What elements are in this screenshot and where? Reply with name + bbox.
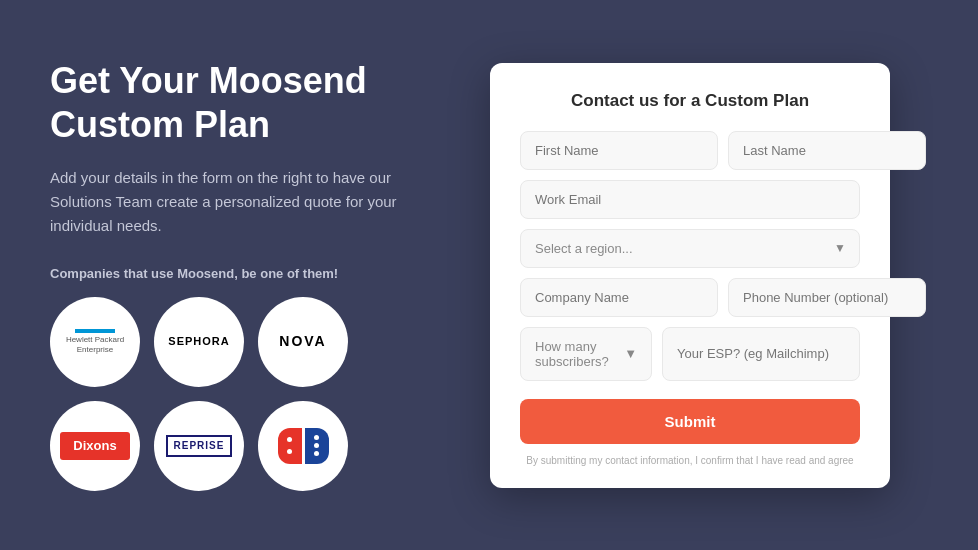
subscribers-arrow-icon: ▼ xyxy=(624,346,637,361)
page-container: Get Your Moosend Custom Plan Add your de… xyxy=(0,0,978,550)
name-row xyxy=(520,131,860,170)
companies-label: Companies that use Moosend, be one of th… xyxy=(50,266,450,281)
company-name-input[interactable] xyxy=(520,278,718,317)
company-phone-row xyxy=(520,278,860,317)
page-heading: Get Your Moosend Custom Plan xyxy=(50,59,450,145)
logo-reprise: REPRISE xyxy=(154,401,244,491)
heading-line2: Custom Plan xyxy=(50,104,270,145)
form-title: Contact us for a Custom Plan xyxy=(520,91,860,111)
subscribers-esp-row: How many subscribers? ▼ xyxy=(520,327,860,381)
phone-input[interactable] xyxy=(728,278,926,317)
logo-sephora: SEPHORA xyxy=(154,297,244,387)
logo-nova: NOVA xyxy=(258,297,348,387)
subscribers-dropdown[interactable]: How many subscribers? ▼ xyxy=(520,327,652,381)
submit-button[interactable]: Submit xyxy=(520,399,860,444)
region-select[interactable]: Select a region... North America Europe … xyxy=(520,229,860,268)
region-wrapper: Select a region... North America Europe … xyxy=(520,229,860,268)
last-name-input[interactable] xyxy=(728,131,926,170)
first-name-input[interactable] xyxy=(520,131,718,170)
subscribers-wrapper: How many subscribers? ▼ xyxy=(520,327,652,381)
form-note: By submitting my contact information, I … xyxy=(520,454,860,468)
logo-hp: Hewlett PackardEnterprise xyxy=(50,297,140,387)
logo-dixons: Dixons xyxy=(50,401,140,491)
left-panel: Get Your Moosend Custom Plan Add your de… xyxy=(50,59,450,490)
work-email-input[interactable] xyxy=(520,180,860,219)
page-description: Add your details in the form on the righ… xyxy=(50,166,450,238)
logo-grid: Hewlett PackardEnterprise SEPHORA NOVA D… xyxy=(50,297,450,491)
contact-form-panel: Contact us for a Custom Plan Select a re… xyxy=(490,63,890,488)
email-row xyxy=(520,180,860,219)
esp-input[interactable] xyxy=(662,327,860,381)
heading-line1: Get Your Moosend xyxy=(50,60,367,101)
logo-dominos xyxy=(258,401,348,491)
